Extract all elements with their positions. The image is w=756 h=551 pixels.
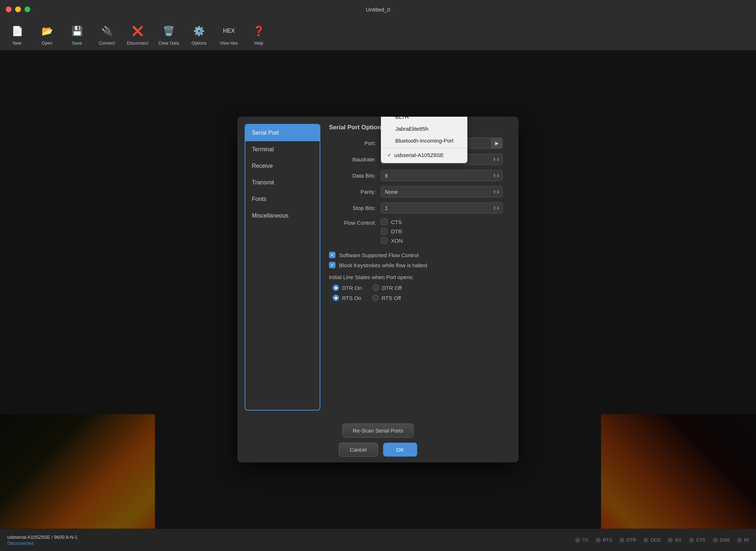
toolbar-save-label: Save — [72, 41, 82, 46]
cts-row: CTS — [381, 219, 403, 225]
maximize-button[interactable] — [25, 6, 30, 12]
minimize-button[interactable] — [15, 6, 21, 12]
toolbar-options[interactable]: ⚙️ Options — [189, 23, 209, 46]
toolbar-disconnect-label: Disconnect — [127, 41, 148, 46]
toolbar-new[interactable]: 📄 New — [7, 23, 27, 46]
dropdown-item-usb[interactable]: usbserial-A105Z6SE — [381, 149, 467, 161]
indicator-tx: TX — [575, 537, 588, 543]
dtr-checkbox[interactable] — [381, 228, 387, 234]
toolbar-connect[interactable]: 🔌 Connect — [97, 23, 117, 46]
view-hex-icon: HEX — [221, 23, 237, 39]
toolbar-help[interactable]: ❓ Help — [249, 23, 269, 46]
data-bits-label: Data Bits: — [329, 173, 376, 179]
indicator-ri: RI — [737, 537, 749, 543]
toolbar-save[interactable]: 💾 Save — [67, 23, 87, 46]
dcd-label: DCD — [650, 537, 661, 543]
sidebar-item-transmit[interactable]: Transmit — [245, 174, 320, 191]
toolbar: 📄 New 📂 Open 💾 Save 🔌 Connect ❌ Disconne… — [0, 19, 756, 50]
sidebar-item-receive[interactable]: Receive — [245, 158, 320, 174]
dialog-footer: Re-Scan Serial Ports Cancel OK — [237, 418, 519, 462]
toolbar-view-hex-label: View Hex — [220, 41, 238, 46]
dtr-flow-row: DTR — [381, 228, 403, 234]
toolbar-new-label: New — [13, 41, 21, 46]
dcd-dot — [643, 538, 648, 543]
toolbar-view-hex[interactable]: HEX View Hex — [219, 23, 239, 46]
data-bits-select[interactable]: 8 — [381, 170, 503, 181]
dropdown-item-blth[interactable]: BLTH — [381, 117, 467, 123]
sidebar-item-miscellaneous[interactable]: Miscellaneous — [245, 207, 320, 224]
stop-bits-select[interactable]: 1 — [381, 202, 503, 214]
indicator-cts: CTS — [689, 537, 706, 543]
modal-overlay: Serial Port Terminal Receive Transmit Fo… — [0, 50, 756, 529]
rescan-button[interactable]: Re-Scan Serial Ports — [342, 424, 414, 438]
flow-control-label: Flow Control: — [329, 219, 376, 226]
cts-status-dot — [689, 538, 694, 543]
parity-select-wrapper: None ⬆⬇ — [381, 186, 503, 197]
dropdown-item-bluetooth[interactable]: Bluetooth-Incoming-Port — [381, 135, 467, 147]
rts-on-radio-item[interactable]: RTS On — [333, 295, 361, 301]
port-row: Port: usbserial-A105Z6SE ▶ BLTH JabraEli… — [329, 138, 503, 149]
software-flow-label: Software Supported Flow Control — [339, 252, 419, 258]
dtr-off-radio-item[interactable]: DTR Off — [373, 285, 402, 291]
xon-label: XON — [391, 238, 403, 244]
parity-select[interactable]: None — [381, 186, 503, 197]
status-indicators: TX RTS DTR DCD RX CTS — [575, 537, 749, 543]
port-dropdown-button[interactable]: ▶ — [492, 138, 503, 149]
toolbar-disconnect[interactable]: ❌ Disconnect — [127, 23, 148, 46]
dropdown-separator — [381, 148, 467, 148]
tx-dot — [575, 538, 580, 543]
xon-checkbox[interactable] — [381, 237, 387, 244]
status-left: usbserial-A105Z6SE / 9600 8-N-1 Disconne… — [7, 534, 77, 546]
dtr-status-label: DTR — [627, 537, 636, 543]
toolbar-connect-label: Connect — [99, 41, 115, 46]
dtr-label: DTR — [391, 228, 402, 234]
data-bits-row: Data Bits: 8 ⬆⬇ — [329, 170, 503, 181]
cts-status-label: CTS — [696, 537, 706, 543]
rts-off-radio[interactable] — [372, 295, 379, 301]
sidebar-item-fonts[interactable]: Fonts — [245, 191, 320, 207]
dropdown-item-jabra[interactable]: JabraElite85h — [381, 123, 467, 135]
cancel-button[interactable]: Cancel — [339, 443, 378, 457]
dtr-off-radio[interactable] — [373, 285, 379, 291]
options-icon: ⚙️ — [191, 23, 207, 39]
dsr-label: DSR — [720, 537, 730, 543]
rx-dot — [668, 538, 673, 543]
software-flow-checkbox[interactable] — [329, 252, 335, 258]
disconnect-icon: ❌ — [130, 23, 146, 39]
rts-off-label: RTS Off — [382, 295, 401, 301]
sidebar-item-serial-port[interactable]: Serial Port — [245, 125, 320, 141]
traffic-lights — [6, 6, 30, 12]
parity-label: Parity: — [329, 189, 376, 195]
open-icon: 📂 — [39, 23, 55, 39]
close-button[interactable] — [6, 6, 12, 12]
stop-bits-label: Stop Bits: — [329, 205, 376, 211]
dtr-on-radio[interactable] — [333, 285, 339, 291]
stop-bits-row: Stop Bits: 1 ⬆⬇ — [329, 202, 503, 214]
block-keystrokes-row: Block Keystrokes while flow is halted — [329, 262, 503, 268]
dtr-on-radio-item[interactable]: DTR On — [333, 285, 362, 291]
dtr-off-label: DTR Off — [382, 285, 402, 291]
initial-line-states-title: Initial Line States when Port opens: — [329, 274, 503, 280]
initial-line-states: Initial Line States when Port opens: DTR… — [329, 274, 503, 301]
block-keystrokes-checkbox[interactable] — [329, 262, 335, 268]
help-icon: ❓ — [251, 23, 267, 39]
connect-icon: 🔌 — [99, 23, 115, 39]
rts-radio-row: RTS On RTS Off — [333, 295, 503, 301]
parity-row: Parity: None ⬆⬇ — [329, 186, 503, 197]
status-disconnected: Disconnected — [7, 541, 77, 546]
toolbar-open[interactable]: 📂 Open — [37, 23, 57, 46]
rts-off-radio-item[interactable]: RTS Off — [372, 295, 401, 301]
rts-label: RTS — [603, 537, 612, 543]
block-keystrokes-label: Block Keystrokes while flow is halted — [339, 262, 427, 268]
cts-checkbox[interactable] — [381, 219, 387, 225]
toolbar-clear-data[interactable]: 🗑️ Clear Data — [158, 23, 179, 46]
rts-on-radio[interactable] — [333, 295, 339, 301]
ok-button[interactable]: OK — [383, 443, 418, 457]
sidebar-item-terminal[interactable]: Terminal — [245, 141, 320, 158]
main-content: Serial Port Terminal Receive Transmit Fo… — [0, 50, 756, 551]
data-bits-select-wrapper: 8 ⬆⬇ — [381, 170, 503, 181]
rx-label: RX — [675, 537, 681, 543]
rts-dot — [596, 538, 601, 543]
flow-control-row: Flow Control: CTS DTR — [329, 219, 503, 247]
toolbar-options-label: Options — [192, 41, 206, 46]
